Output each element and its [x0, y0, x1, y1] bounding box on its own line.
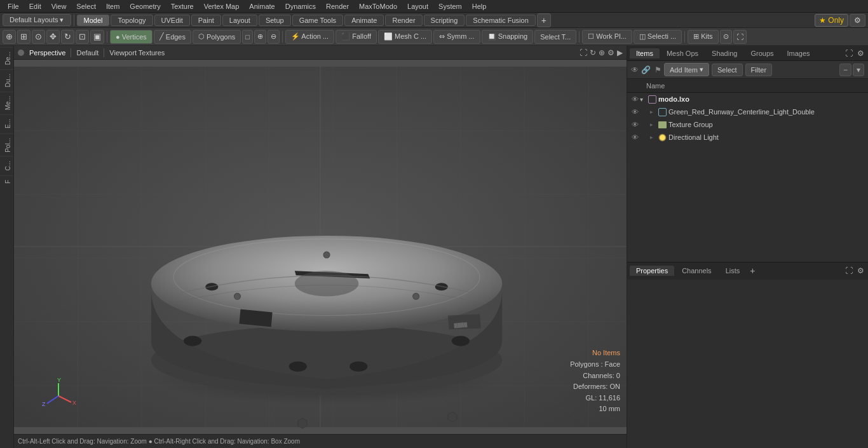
viewport-3d[interactable]: ▓▓▓▓ X Y Z No Items Polygons : Face Chan… [14, 60, 627, 434]
viewport-frame-icon[interactable]: ↻ [590, 48, 596, 57]
select-t-button[interactable]: Select T... [534, 30, 576, 44]
settings-icon[interactable]: ⚙ [850, 14, 865, 27]
tab-groups[interactable]: Groups [744, 48, 780, 58]
item-row-mesh[interactable]: 👁 ▸ Green_Red_Runway_Centerline_Light_Do… [627, 105, 868, 118]
add-item-button[interactable]: Add Item ▾ [664, 63, 709, 76]
edges-button[interactable]: ╱ Edges [154, 30, 191, 44]
symmetry-button[interactable]: ⇔ Symm ... [433, 30, 480, 44]
vertices-button[interactable]: ● Vertices [110, 30, 153, 44]
viewport-texture-label[interactable]: Viewport Textures [109, 49, 165, 57]
menu-render[interactable]: Render [321, 1, 354, 11]
polygons-button[interactable]: ⬡ Polygons [193, 30, 241, 44]
menu-animate[interactable]: Animate [244, 1, 280, 11]
prop-add-tab-icon[interactable]: + [750, 266, 755, 276]
add-tab-button[interactable]: + [537, 13, 551, 27]
items-minus-button[interactable]: − [839, 64, 851, 76]
tool-rect[interactable]: ▣ [90, 30, 104, 44]
tab-render[interactable]: Render [385, 15, 422, 26]
prop-settings-icon[interactable]: ⚙ [856, 265, 865, 276]
tab-shading[interactable]: Shading [705, 48, 743, 58]
flag-icon[interactable]: ⚑ [654, 65, 661, 74]
item-expand-icon-mesh[interactable]: ▸ [650, 109, 656, 115]
items-filter-button[interactable]: Filter [745, 64, 772, 76]
tool-select-mode[interactable]: ⊕ [3, 30, 16, 44]
tool-grid[interactable]: ⊞ [17, 30, 31, 44]
link-icon[interactable]: 🔗 [641, 65, 651, 74]
menu-vertexmap[interactable]: Vertex Map [199, 1, 245, 11]
select-add-btn[interactable]: ⊕ [254, 30, 266, 44]
viewport-default-label[interactable]: Default [76, 49, 98, 57]
tool-transform[interactable]: ✥ [46, 30, 60, 44]
menu-select[interactable]: Select [71, 1, 101, 11]
item-row-dir-light[interactable]: 👁 ▸ Directional Light [627, 131, 868, 144]
prop-tab-lists[interactable]: Lists [719, 266, 747, 276]
tab-paint[interactable]: Paint [191, 15, 221, 26]
vr-button[interactable]: ⊙ [720, 30, 732, 44]
workplane-button[interactable]: ☐ Work Pl... [582, 30, 632, 44]
tab-items[interactable]: Items [630, 48, 660, 58]
viewport-dot[interactable] [18, 50, 24, 56]
item-expand-icon-light[interactable]: ▸ [650, 134, 656, 140]
tab-scripting[interactable]: Scripting [424, 15, 465, 26]
prop-expand-icon[interactable]: ⛶ [844, 265, 854, 276]
menu-view[interactable]: View [46, 1, 72, 11]
falloff-button[interactable]: ⬛ Falloff [336, 30, 377, 44]
tab-topology[interactable]: Topology [111, 15, 153, 26]
tab-images[interactable]: Images [781, 48, 817, 58]
right-panel-expand-icon[interactable]: ⛶ [844, 48, 854, 59]
mesh-c-button[interactable]: ⬜ Mesh C ... [378, 30, 432, 44]
sidebar-tab-me[interactable]: Me... [0, 92, 13, 114]
selecti-button[interactable]: ◫ Selecti ... [634, 30, 682, 44]
kits-button[interactable]: ⊞ Kits [688, 30, 718, 44]
menu-file[interactable]: File [3, 1, 24, 11]
menu-dynamics[interactable]: Dynamics [280, 1, 321, 11]
sidebar-tab-e[interactable]: E... [0, 114, 13, 132]
tab-model[interactable]: Model [77, 15, 110, 26]
menu-maxtomodo[interactable]: MaxToModo [354, 1, 402, 11]
items-arrow-button[interactable]: ▾ [853, 64, 864, 76]
menu-item[interactable]: Item [101, 1, 125, 11]
favorites-button[interactable]: ★ Only [815, 14, 848, 27]
item-expand-icon-modo-lxo[interactable]: ▾ [640, 96, 646, 103]
prop-tab-properties[interactable]: Properties [630, 266, 674, 276]
item-row-modo-lxo[interactable]: 👁 ▾ modo.lxo [627, 93, 868, 105]
viewport-perspective-label[interactable]: Perspective [29, 49, 65, 57]
menu-geometry[interactable]: Geometry [125, 1, 165, 11]
menu-layout[interactable]: Layout [402, 1, 433, 11]
viewport-settings-icon[interactable]: ⚙ [607, 48, 614, 57]
tab-animate[interactable]: Animate [344, 15, 384, 26]
tab-schematic-fusion[interactable]: Schematic Fusion [466, 15, 535, 26]
item-eye-mesh[interactable]: 👁 [630, 107, 640, 117]
item-expand-icon-texture[interactable]: ▸ [650, 121, 656, 128]
item-eye-modo-lxo[interactable]: 👁 [630, 94, 640, 104]
tool-scale[interactable]: ⊡ [76, 30, 89, 44]
right-panel-settings-icon[interactable]: ⚙ [856, 48, 865, 59]
sidebar-tab-pol[interactable]: Pol... [0, 133, 13, 156]
menu-help[interactable]: Help [467, 1, 492, 11]
sidebar-tab-c[interactable]: C... [0, 156, 13, 175]
action-button[interactable]: ⚡ Action ... [285, 30, 334, 44]
tab-layout[interactable]: Layout [222, 15, 257, 26]
sidebar-tab-de[interactable]: De... [0, 47, 13, 69]
tab-gametools[interactable]: Game Tools [292, 15, 344, 26]
menu-edit[interactable]: Edit [24, 1, 46, 11]
item-eye-texture[interactable]: 👁 [630, 119, 640, 130]
select-sub-btn[interactable]: ⊖ [268, 30, 280, 44]
tool-lasso[interactable]: ⊙ [32, 30, 45, 44]
viewport-arrow-icon[interactable]: ▶ [617, 48, 623, 57]
visibility-all-icon[interactable]: 👁 [631, 65, 639, 74]
sidebar-tab-f[interactable]: F [0, 175, 13, 187]
items-select-button[interactable]: Select [712, 64, 743, 76]
tab-setup[interactable]: Setup [259, 15, 291, 26]
select-mode-btn[interactable]: □ [242, 30, 253, 44]
viewport-maximize-icon[interactable]: ⛶ [580, 48, 587, 57]
snapping-button[interactable]: 🔲 Snapping [482, 30, 534, 44]
layout-dropdown[interactable]: Default Layouts ▾ [3, 14, 71, 26]
tool-rotate[interactable]: ↻ [61, 30, 74, 44]
tab-mesh-ops[interactable]: Mesh Ops [660, 48, 705, 58]
menu-system[interactable]: System [433, 1, 467, 11]
menu-texture[interactable]: Texture [166, 1, 199, 11]
tab-uvedit[interactable]: UVEdit [154, 15, 190, 26]
prop-tab-channels[interactable]: Channels [675, 266, 717, 276]
viewport-zoom-icon[interactable]: ⊕ [599, 48, 605, 57]
